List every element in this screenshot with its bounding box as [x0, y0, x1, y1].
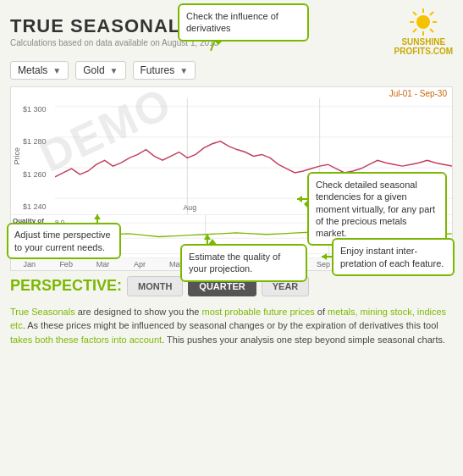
- date-range: Jul-01 - Sep-30: [11, 87, 452, 98]
- price-label: Price: [13, 147, 21, 165]
- chevron-down-icon: ▼: [52, 66, 61, 75]
- desc-true-seasonals: True Seasonals: [10, 307, 75, 317]
- price-tick-4: $1 300: [23, 105, 53, 113]
- callout-estimate: Estimate the quality of your projection.: [180, 244, 307, 282]
- price-tick-3: $1 280: [23, 137, 53, 146]
- svg-text:Aug: Aug: [183, 203, 196, 212]
- logo: SUNSHINEPROFITS.COM: [394, 7, 453, 56]
- svg-marker-28: [94, 214, 101, 219]
- desc-takes-both: takes both these factors into account: [10, 335, 162, 345]
- price-y-axis: $1 300 $1 280 $1 260 $1 240: [23, 98, 55, 214]
- month-button[interactable]: MONTH: [127, 276, 183, 296]
- metals-dropdown[interactable]: Metals ▼: [10, 61, 69, 80]
- chevron-down-icon: ▼: [110, 66, 119, 75]
- perspective-title: PERSPECTIVE:: [10, 277, 122, 295]
- month-jan: Jan: [11, 260, 47, 268]
- logo-text: SUNSHINEPROFITS.COM: [394, 37, 453, 56]
- month-feb: Feb: [47, 260, 84, 268]
- price-tick-1: $1 240: [23, 202, 53, 211]
- dropdowns-row: Metals ▼ Gold ▼ Futures ▼: [0, 58, 463, 83]
- svg-line-6: [413, 12, 416, 15]
- header: TRUE SEASONALS Calculations based on dat…: [0, 0, 463, 58]
- svg-line-7: [430, 29, 433, 32]
- svg-marker-24: [297, 196, 302, 202]
- svg-line-8: [430, 12, 433, 15]
- price-tick-2: $1 260: [23, 170, 53, 179]
- callout-derivatives: Check the influence of derivatives: [178, 3, 309, 42]
- month-mar: Mar: [85, 260, 121, 268]
- callout-perspective: Enjoy instant inter-pretation of each fe…: [332, 238, 455, 276]
- y-axis-label: Price: [11, 98, 23, 214]
- gold-dropdown[interactable]: Gold ▼: [75, 61, 125, 80]
- description-text: True Seasonals are designed to show you …: [10, 307, 446, 345]
- description: True Seasonals are designed to show you …: [0, 302, 463, 354]
- chevron-down-icon: ▼: [179, 66, 188, 75]
- svg-line-9: [413, 29, 416, 32]
- futures-dropdown[interactable]: Futures ▼: [133, 61, 196, 80]
- svg-line-0: [211, 40, 215, 51]
- month-apr: Apr: [121, 260, 157, 268]
- svg-marker-26: [204, 234, 211, 240]
- desc-most-probable: most probable future prices: [201, 307, 314, 317]
- svg-marker-30: [322, 253, 327, 260]
- callout-seasonal: Check detailed seasonal tendencies for a…: [307, 172, 447, 246]
- svg-point-1: [416, 15, 430, 29]
- callout-adjust: Adjust time perspective to your current …: [7, 223, 121, 259]
